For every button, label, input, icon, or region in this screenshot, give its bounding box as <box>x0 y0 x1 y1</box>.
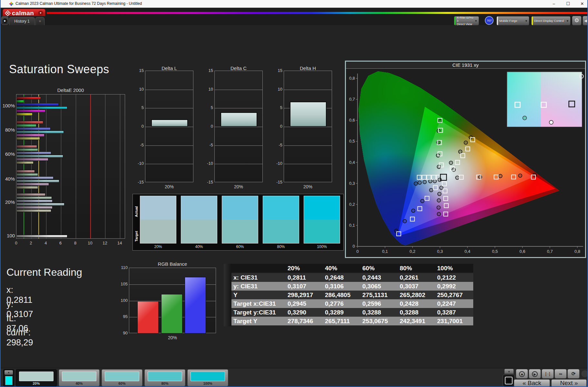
inset-measured-circle <box>549 120 553 124</box>
deltae-bar <box>16 186 38 189</box>
y-axis-tick-label: -10 <box>134 161 144 166</box>
x-axis-label: 20% <box>214 184 263 189</box>
gridline <box>145 108 193 108</box>
continuous-read-button[interactable]: ∞ <box>554 369 567 379</box>
y-axis-tick-label: 10 <box>203 87 213 92</box>
swatch-pair <box>304 196 340 243</box>
next-button[interactable]: Next » <box>551 379 587 387</box>
collapse-panel-button[interactable]: ◀ <box>583 16 588 25</box>
deltae-bar <box>16 235 67 238</box>
controls-expand-tab[interactable]: ▲ <box>505 369 514 374</box>
swatch-label: 100% <box>304 244 340 249</box>
settings-button[interactable]: ⚙ <box>572 16 582 25</box>
y-axis-tick-label: 10 <box>273 87 282 92</box>
pattern-tile-20%[interactable]: 20% <box>16 369 57 386</box>
gridline <box>145 127 193 127</box>
swatch-pair <box>263 196 299 243</box>
y-axis-tick-label: 0 <box>134 124 144 129</box>
calman-logo-icon <box>5 10 11 16</box>
actual-target-swatch-strip: ActualTarget20%40%60%80%100% <box>132 194 344 251</box>
source-dropdown[interactable]: Mobile Forge ▼ <box>496 16 529 25</box>
close-button[interactable]: ✕ <box>576 0 588 8</box>
measured-circle <box>478 175 482 179</box>
y-axis-tick-label: 95 <box>117 314 128 319</box>
table-edge <box>224 264 231 326</box>
rgb-bar-red <box>137 301 159 333</box>
chevron-down-icon: ▼ <box>525 19 528 23</box>
y-axis-tick-label: -5 <box>134 143 144 147</box>
measured-circle <box>464 141 467 144</box>
y-axis-tick-label: 90 <box>117 331 128 335</box>
pattern-tile-100%[interactable]: 100% <box>187 369 228 386</box>
table-cell: 0,2776 <box>325 299 344 308</box>
cie-x-tick-label: 0,1 <box>382 249 388 254</box>
deltae-bar <box>16 113 33 116</box>
step-read-button[interactable]: [··] <box>542 369 554 379</box>
measured-circle <box>437 206 440 209</box>
table-cell: 286,4805 <box>325 291 350 299</box>
table-cell: 265,2802 <box>400 291 425 299</box>
group-label: 100% <box>1 103 15 108</box>
meter-dropdown[interactable]: X-Rite i1Pro 3 Direct View ▼ <box>454 16 479 25</box>
pattern-tile-40%[interactable]: 40% <box>59 369 100 386</box>
deltae-bar <box>16 121 43 124</box>
target-row-label: Target <box>134 227 138 242</box>
history-expand-button[interactable]: ▶ <box>1 16 8 25</box>
rgb-bar-green <box>161 294 182 333</box>
gridline <box>120 94 120 238</box>
status-indicator <box>581 370 588 378</box>
back-button[interactable]: « Back <box>514 379 550 387</box>
table-cell: 0,2122 <box>437 273 456 282</box>
deltae-bar <box>16 134 44 137</box>
play-button[interactable]: ▶ <box>529 369 541 379</box>
cie-x-tick-label: 0,4 <box>465 249 470 254</box>
cie-inset <box>507 72 583 127</box>
measured-circle <box>433 179 436 183</box>
measured-circle <box>438 178 441 182</box>
actual-swatch <box>304 196 340 220</box>
deltae-chart-title: DeltaE 2000 <box>16 87 125 93</box>
table-cell: 0,3288 <box>362 308 381 317</box>
calman-logo-text: calman <box>12 10 34 17</box>
stop-button[interactable]: ■ <box>516 369 528 379</box>
deltae-bar <box>16 206 53 209</box>
deltae-bar <box>16 97 41 100</box>
deltae-bar <box>16 203 64 206</box>
measured-circle <box>429 188 433 192</box>
cie-x-tick-label: 0,5 <box>492 249 498 254</box>
table-header-cell: 60% <box>362 264 375 273</box>
measured-circle <box>395 229 398 233</box>
display-control-dropdown[interactable]: Direct Display Control ▼ <box>531 16 571 25</box>
deltae-bar <box>16 193 45 196</box>
deltae-bar <box>16 183 49 186</box>
deltae-bar <box>16 209 51 212</box>
delta-chart-plot <box>145 71 193 182</box>
table-row: Y298,2917286,4805275,1131265,2802250,276… <box>231 291 473 299</box>
table-cell: 0,2443 <box>362 273 381 282</box>
pattern-mini-tile[interactable]: ▲ <box>3 369 14 386</box>
maximize-button[interactable]: ☐ <box>562 0 574 8</box>
add-tab-button[interactable]: + <box>35 17 44 25</box>
maximize-icon: ☐ <box>566 1 570 6</box>
swatch-label: 40% <box>181 244 217 249</box>
deltae-bar <box>16 161 34 164</box>
target-swatch <box>181 220 217 243</box>
gridline <box>284 90 332 90</box>
pattern-tile-60%[interactable]: 60% <box>102 369 142 386</box>
table-cell: 0,3289 <box>325 308 344 317</box>
refresh-button[interactable]: ⟳ <box>567 369 580 379</box>
pattern-swatch <box>105 372 139 381</box>
pattern-tile-80%[interactable]: 80% <box>144 369 185 386</box>
deltae-bar <box>16 124 36 127</box>
stop-pattern-button[interactable] <box>503 374 515 387</box>
deltae-bar <box>16 173 38 176</box>
group-label: 40% <box>1 176 15 182</box>
minimize-button[interactable]: – <box>547 0 560 8</box>
x-axis-label: 20% <box>145 184 193 189</box>
table-row: Target x:CIE310,29450,27760,25960,24280,… <box>231 299 473 308</box>
gridline <box>145 145 193 146</box>
mini-cyan-swatch <box>5 376 13 385</box>
tab-history-1[interactable]: History 1 <box>9 17 35 25</box>
table-cell: 0,2428 <box>400 299 418 308</box>
y-axis-tick-label: -5 <box>273 143 282 147</box>
